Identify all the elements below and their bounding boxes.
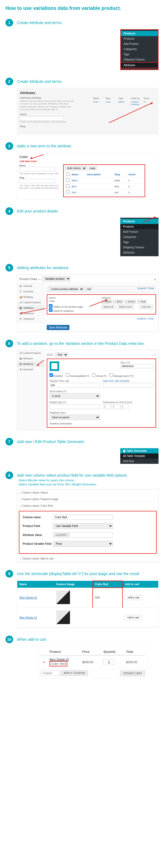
cart-shot: Product Price Quantity Total × Woo Singl…	[38, 646, 147, 679]
menu-item-categories[interactable]: Categories	[120, 235, 159, 240]
tab-variations[interactable]: ▤Variations	[17, 311, 44, 316]
cart-product-attr: Color: Red	[50, 661, 67, 666]
term-black[interactable]: Black	[70, 178, 86, 184]
term-blue[interactable]: Blue	[70, 184, 86, 189]
variation-attribute-select[interactable]: Red	[55, 352, 68, 357]
menu-item-attributes[interactable]: Attributes	[120, 62, 159, 68]
product-field-label: Product Field	[23, 525, 53, 528]
attribute-values[interactable]: Black Blue Green Red	[101, 300, 154, 304]
visible-checkbox[interactable]: Visible on the product page	[49, 306, 83, 308]
tg-all-templates[interactable]: All Table Template	[120, 454, 159, 459]
add-new-value-button[interactable]: Add new	[139, 305, 153, 309]
save-attributes-button[interactable]: Save Attributes	[47, 325, 69, 330]
virtual-checkbox[interactable]: Virtual [?]	[92, 375, 106, 377]
menu-item-add-product[interactable]: Add Product	[121, 41, 158, 46]
gear-icon[interactable]: ⚙	[143, 100, 156, 106]
attribute-value-label: Attribute Value	[23, 533, 53, 536]
select-none-button[interactable]: Select none	[117, 305, 134, 309]
add-attribute-button[interactable]: Add	[85, 287, 93, 291]
coupon-input[interactable]	[41, 671, 60, 676]
step-text-8: Add new column select product field for …	[17, 471, 127, 487]
tag-blue: Blue	[113, 300, 123, 304]
variation-image[interactable]	[50, 361, 59, 371]
term-slug-input[interactable]	[20, 179, 55, 183]
quantity-input[interactable]	[103, 659, 114, 665]
weight-input[interactable]	[50, 404, 100, 409]
menu-item-add-product[interactable]: Add Product	[120, 229, 159, 235]
menu-item-attributes[interactable]: Attributes	[120, 250, 159, 255]
attribute-name-input[interactable]	[20, 116, 64, 121]
menu-header-products[interactable]: Products	[120, 219, 159, 224]
tab-attributes[interactable]: ▦ Attributes	[17, 356, 44, 361]
enabled-checkbox[interactable]: Enabled	[50, 375, 63, 377]
product-field-select[interactable]: Use Variable Field	[53, 523, 113, 529]
regular-price-input[interactable]	[50, 383, 100, 388]
menu-item-products[interactable]: Products	[121, 36, 158, 41]
select-all-checkbox[interactable]	[66, 172, 69, 176]
menu-item-shipping[interactable]: Shipping Classes	[120, 245, 159, 250]
acc-name[interactable]: Column name: Name	[17, 490, 158, 496]
add-to-cart-button[interactable]: Add to cart	[125, 615, 141, 620]
acc-color-red[interactable]: Column name: Color Red	[17, 503, 158, 509]
menu-item-tags[interactable]: Tags	[120, 240, 159, 245]
term-name-input[interactable]	[20, 167, 55, 171]
price-cell	[93, 608, 123, 628]
dim-w-input[interactable]	[112, 404, 120, 409]
dim-h-input[interactable]	[121, 404, 129, 409]
name-label: Name	[20, 113, 156, 116]
menu-item-shipping[interactable]: Shipping Classes	[121, 57, 158, 62]
tab-advanced[interactable]: ⚙ Advanced	[17, 367, 44, 372]
attribute-value-input[interactable]: color|Red	[53, 532, 113, 538]
update-cart-button[interactable]: UPDATE CART	[120, 671, 145, 676]
cart-product-name[interactable]: Woo Single #2	[50, 658, 78, 661]
step-text-10: When add to cart.	[17, 636, 47, 642]
product-link[interactable]: Woo Single #2	[20, 596, 37, 599]
row-checkbox[interactable]	[66, 178, 69, 182]
tab-attributes[interactable]: ▦Attributes	[17, 305, 44, 311]
remove-icon[interactable]: ×	[43, 660, 45, 664]
dim-l-input[interactable]	[103, 404, 111, 409]
tab-advanced[interactable]: ⚙Advanced	[17, 316, 44, 321]
stock-status-select[interactable]: In stock	[50, 393, 100, 399]
tag-red: Red	[137, 300, 147, 304]
add-to-cart-button[interactable]: Add to cart	[125, 595, 142, 600]
tab-inventory[interactable]: ☰Inventory	[17, 289, 44, 294]
select-all-button[interactable]: Select all	[101, 305, 116, 309]
col-name-input[interactable]	[53, 515, 113, 520]
sale-price-input[interactable]	[103, 383, 153, 388]
acc-feature-image[interactable]: Column name: Feature Image	[17, 496, 158, 503]
tg-add-new[interactable]: Add New	[120, 459, 159, 464]
variations-checkbox[interactable]: Used for variations	[49, 310, 74, 312]
product-type-select[interactable]: Variable product	[42, 276, 70, 281]
menu-item-products[interactable]: Products	[120, 224, 159, 229]
menu-item-tags[interactable]: Tags	[121, 52, 158, 57]
row-checkbox[interactable]	[66, 190, 69, 194]
tab-general[interactable]: ▥General	[17, 283, 44, 289]
variable-field-select[interactable]: Price	[53, 541, 113, 547]
tab-linked[interactable]: 🔗Linked Products	[17, 300, 44, 305]
expand-close-link[interactable]: Expand / Close	[137, 287, 154, 291]
dimensions-label: Dimensions (L×W×H) (cm):	[103, 401, 153, 404]
menu-item-categories[interactable]: Categories	[121, 46, 158, 52]
term-red[interactable]: Red	[70, 189, 86, 195]
tab-linked[interactable]: 🔗 Linked Products	[17, 350, 44, 356]
expand-close-bottom[interactable]: Expand / Close	[47, 316, 156, 321]
apply-coupon-button[interactable]: APPLY COUPON	[61, 670, 88, 676]
attr-row-name[interactable]: Color	[93, 100, 105, 106]
shipping-class-select[interactable]: Same as parent	[50, 414, 100, 420]
tab-shipping[interactable]: 🚚Shipping	[17, 294, 44, 300]
acc-add-to-cart[interactable]: Column name: Add to cart	[17, 555, 158, 562]
downloadable-checkbox[interactable]: Downloadable [?]	[66, 375, 89, 377]
tg-menu-header[interactable]: ▦ Table Generator	[120, 448, 159, 454]
sku-input[interactable]	[121, 364, 153, 368]
collapse-icon[interactable]: ▴	[154, 277, 156, 281]
apply-button[interactable]: Apply	[88, 166, 98, 170]
row-checkbox[interactable]	[66, 184, 69, 188]
product-data-label: Product Data —	[20, 277, 41, 281]
product-link[interactable]: Woo Single #1	[20, 616, 37, 619]
manage-stock-checkbox[interactable]: Manage stock? [?]	[109, 375, 134, 377]
bulk-actions-select[interactable]: Bulk Actions	[65, 166, 87, 170]
tab-variations[interactable]: ▤ Variations	[17, 361, 44, 367]
custom-attribute-select[interactable]: Custom product attribute	[48, 287, 84, 291]
menu-header-products[interactable]: Products	[121, 31, 158, 36]
